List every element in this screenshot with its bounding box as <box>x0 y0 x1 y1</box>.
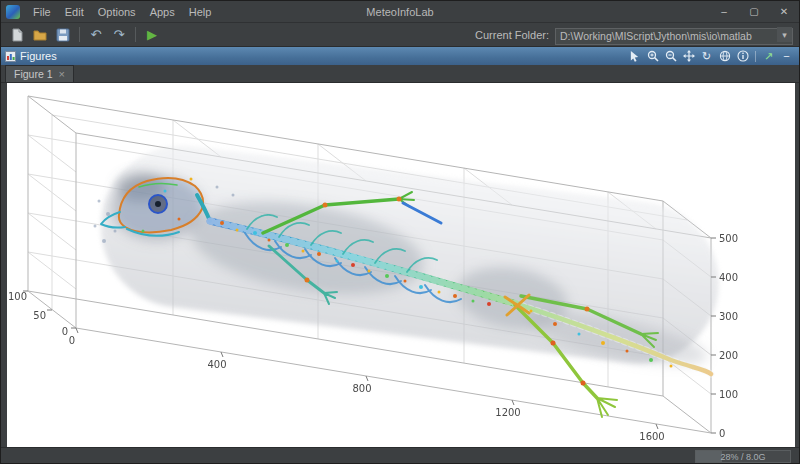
close-window-icon[interactable]: ✕ <box>769 1 799 22</box>
rotate-tool-button[interactable]: ↻ <box>698 49 715 64</box>
run-icon: ▶ <box>147 28 157 41</box>
open-folder-icon <box>33 28 47 42</box>
new-file-icon <box>10 28 24 42</box>
memory-indicator[interactable]: 28% / 8.0G <box>695 450 791 463</box>
y-tick-50: 50 <box>33 310 46 321</box>
figure-tabbar: Figure 1 × <box>1 65 799 83</box>
y-tick-100: 100 <box>8 291 27 302</box>
figures-toolbar-separator <box>755 51 756 62</box>
save-button[interactable] <box>53 25 73 44</box>
float-panel-icon: ↗ <box>764 51 773 62</box>
figure-canvas[interactable]: 0 400 800 1200 1600 0 50 100 0 100 200 <box>7 83 795 447</box>
select-arrow-icon <box>629 50 641 62</box>
zoom-in-button[interactable] <box>644 49 661 64</box>
maximize-window-icon[interactable]: ▢ <box>739 1 769 22</box>
rotate-icon: ↻ <box>702 51 711 62</box>
figure-3d-plot: 0 400 800 1200 1600 0 50 100 0 100 200 <box>7 83 795 447</box>
menubar: File Edit Options Apps Help <box>26 3 218 21</box>
figures-panel-icon <box>5 51 16 62</box>
x-tick-0: 0 <box>69 335 75 346</box>
globe-icon <box>719 50 731 62</box>
toolbar-separator <box>79 27 80 42</box>
figures-panel-header: Figures ↻ ↗ − <box>1 47 799 65</box>
app-logo-icon <box>6 5 20 19</box>
toolbar-separator <box>135 27 136 42</box>
undo-icon: ↶ <box>91 28 102 41</box>
z-tick-100: 100 <box>719 389 738 400</box>
open-file-button[interactable] <box>30 25 50 44</box>
memory-text: 28% / 8.0G <box>696 451 790 462</box>
z-tick-500: 500 <box>719 233 738 244</box>
save-disk-icon <box>56 28 70 42</box>
undo-button[interactable]: ↶ <box>86 25 106 44</box>
menu-help[interactable]: Help <box>182 3 219 21</box>
app-window: File Edit Options Apps Help MeteoInfoLab… <box>0 0 800 464</box>
menu-file[interactable]: File <box>26 3 58 21</box>
tab-label: Figure 1 <box>14 68 53 80</box>
folder-dropdown-button[interactable]: ▾ <box>777 27 792 42</box>
info-icon <box>737 50 749 62</box>
minimize-panel-button[interactable]: − <box>778 49 795 64</box>
z-tick-400: 400 <box>719 272 738 283</box>
plot-surround: 0 400 800 1200 1600 0 50 100 0 100 200 <box>1 83 799 447</box>
select-tool-button[interactable] <box>626 49 643 64</box>
x-tick-1200: 1200 <box>495 407 520 418</box>
figures-toolbar: ↻ ↗ − <box>626 49 795 64</box>
z-tick-300: 300 <box>719 311 738 322</box>
current-folder-input[interactable] <box>555 28 793 45</box>
axis-y: 0 50 100 <box>8 291 76 337</box>
chevron-down-icon: ▾ <box>782 30 787 40</box>
window-controls: – ▢ ✕ <box>709 1 799 22</box>
full-extent-button[interactable] <box>716 49 733 64</box>
x-tick-800: 800 <box>352 383 371 394</box>
minimize-panel-icon: − <box>783 51 789 62</box>
redo-button[interactable]: ↷ <box>109 25 129 44</box>
main-toolbar: ↶ ↷ ▶ Current Folder: ▾ <box>1 23 799 47</box>
tab-figure-1[interactable]: Figure 1 × <box>5 65 74 82</box>
pan-tool-button[interactable] <box>680 49 697 64</box>
menu-edit[interactable]: Edit <box>58 3 91 21</box>
zoom-in-icon <box>647 50 659 62</box>
titlebar: File Edit Options Apps Help MeteoInfoLab… <box>1 1 799 23</box>
current-folder-area: Current Folder: ▾ <box>475 26 793 43</box>
pan-icon <box>683 50 695 62</box>
zoom-out-button[interactable] <box>662 49 679 64</box>
x-tick-1600: 1600 <box>639 431 664 442</box>
z-tick-200: 200 <box>719 350 738 361</box>
figures-panel-title: Figures <box>20 50 57 62</box>
menu-options[interactable]: Options <box>91 3 143 21</box>
current-folder-label: Current Folder: <box>475 29 549 41</box>
x-tick-400: 400 <box>207 359 226 370</box>
identify-button[interactable] <box>734 49 751 64</box>
statusbar: 28% / 8.0G <box>1 447 799 464</box>
float-panel-button[interactable]: ↗ <box>760 49 777 64</box>
run-script-button[interactable]: ▶ <box>142 25 162 44</box>
tab-close-icon[interactable]: × <box>59 69 65 80</box>
current-folder-field: ▾ <box>555 26 793 43</box>
y-tick-0: 0 <box>62 326 68 337</box>
redo-icon: ↷ <box>114 28 125 41</box>
zoom-out-icon <box>665 50 677 62</box>
menu-apps[interactable]: Apps <box>143 3 182 21</box>
new-file-button[interactable] <box>7 25 27 44</box>
z-tick-0: 0 <box>719 428 725 439</box>
minimize-window-icon[interactable]: – <box>709 1 739 22</box>
